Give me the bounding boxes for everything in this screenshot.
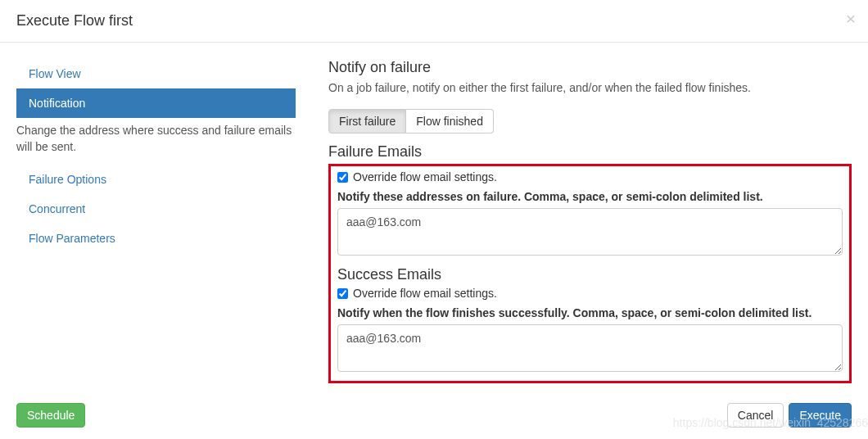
- failure-override-label[interactable]: Override flow email settings.: [353, 170, 497, 183]
- sidebar: Flow View Notification Change the addres…: [16, 59, 296, 383]
- content-panel: Notify on failure On a job failure, noti…: [296, 59, 852, 383]
- section-title: Notify on failure: [328, 59, 852, 76]
- success-override-label[interactable]: Override flow email settings.: [353, 287, 497, 300]
- success-override-checkbox[interactable]: [337, 288, 348, 299]
- sidebar-item-concurrent[interactable]: Concurrent: [16, 194, 296, 224]
- sidebar-item-flow-view[interactable]: Flow View: [16, 59, 296, 88]
- execute-button[interactable]: Execute: [789, 403, 852, 428]
- schedule-button[interactable]: Schedule: [16, 403, 85, 428]
- toggle-flow-finished[interactable]: Flow finished: [406, 109, 494, 134]
- notify-toggle-group: First failure Flow finished: [328, 109, 494, 134]
- failure-override-checkbox[interactable]: [337, 172, 348, 183]
- failure-emails-title: Failure Emails: [328, 143, 852, 161]
- sidebar-item-notification[interactable]: Notification: [16, 88, 296, 118]
- success-emails-input[interactable]: [337, 324, 843, 372]
- failure-emails-input[interactable]: [337, 208, 843, 256]
- sidebar-item-failure-options[interactable]: Failure Options: [16, 165, 296, 194]
- cancel-button[interactable]: Cancel: [727, 403, 784, 428]
- failure-field-label: Notify these addresses on failure. Comma…: [337, 190, 843, 203]
- toggle-first-failure[interactable]: First failure: [328, 109, 406, 134]
- success-emails-title: Success Emails: [337, 266, 843, 283]
- section-desc: On a job failure, notify on either the f…: [328, 81, 852, 94]
- sidebar-item-flow-parameters[interactable]: Flow Parameters: [16, 224, 296, 253]
- modal-title: Execute Flow first: [16, 12, 133, 29]
- success-field-label: Notify when the flow finishes successful…: [337, 306, 843, 319]
- close-button[interactable]: ×: [846, 10, 856, 27]
- highlight-box: Override flow email settings. Notify the…: [328, 164, 852, 383]
- sidebar-active-desc: Change the address where success and fai…: [16, 118, 296, 165]
